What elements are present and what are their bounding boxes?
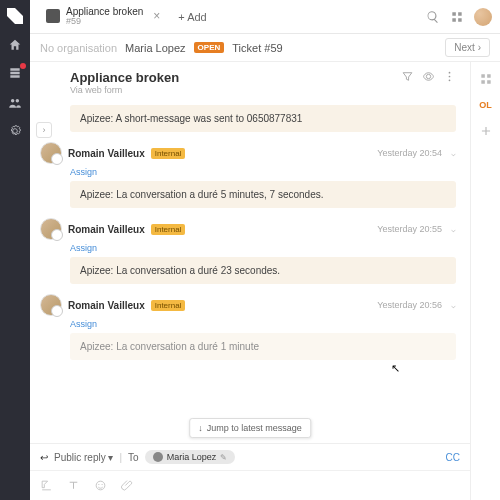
editor-toolbar [30,470,470,500]
timestamp: Yesterday 20:55 [377,224,442,234]
assign-link[interactable]: Assign [70,167,456,177]
system-note: Apizee: A short-message was sent to 0650… [70,105,456,132]
author-name[interactable]: Romain Vailleux [68,300,145,311]
author-name[interactable]: Romain Vailleux [68,224,145,235]
reply-mode-select[interactable]: Public reply ▾ [54,452,113,463]
tab-ticket[interactable]: Appliance broken #59 × [38,2,168,31]
ol-badge[interactable]: OL [479,100,492,110]
compose-icon[interactable] [40,479,53,492]
recipient-name: Maria Lopez [167,452,217,462]
message-body: Apizee: La conversation a duré 1 minute [70,333,456,360]
home-icon[interactable] [8,38,22,52]
internal-tag: Internal [151,300,186,311]
next-button[interactable]: Next › [445,38,490,57]
arrow-down-icon: ↓ [198,423,203,433]
apps-icon[interactable] [450,10,464,24]
grid-icon[interactable] [479,72,493,86]
svg-point-0 [449,72,451,74]
jump-to-latest-button[interactable]: ↓ Jump to latest message [189,418,311,438]
attachment-icon[interactable] [121,479,134,492]
users-icon[interactable] [8,96,22,110]
user-avatar[interactable] [40,142,62,164]
close-icon[interactable]: × [153,9,160,23]
edit-icon[interactable]: ✎ [220,453,227,462]
jump-label: Jump to latest message [207,423,302,433]
plus-icon[interactable] [479,124,493,138]
user-avatar[interactable] [40,218,62,240]
svg-point-5 [102,484,103,485]
chevron-down-icon[interactable]: ⌵ [451,225,456,234]
assign-link[interactable]: Assign [70,319,456,329]
timestamp: Yesterday 20:54 [377,148,442,158]
chevron-down-icon[interactable]: ⌵ [451,149,456,158]
inbox-icon [8,66,22,80]
message-body: Apizee: La conversation a duré 5 minutes… [70,181,456,208]
left-rail [0,0,30,500]
svg-point-2 [449,79,451,81]
author-name[interactable]: Romain Vailleux [68,148,145,159]
top-bar: Appliance broken #59 × + Add [30,0,500,34]
tab-icon [46,9,60,23]
right-rail: OL [470,62,500,500]
profile-avatar[interactable] [474,8,492,26]
message-item: Romain Vailleux Internal Yesterday 20:55… [70,218,456,284]
content: Appliance broken Via web form › Apizee: … [30,62,500,500]
breadcrumb: No organisation Maria Lopez OPEN Ticket … [30,34,500,62]
recipient-chip[interactable]: Maria Lopez ✎ [145,450,236,464]
collapse-toggle[interactable]: › [36,122,52,138]
more-icon[interactable] [443,70,456,83]
message-item: Romain Vailleux Internal Yesterday 20:54… [70,142,456,208]
to-label: To [128,452,139,463]
message-list: Apizee: A short-message was sent to 0650… [30,101,470,443]
recipient-avatar [153,452,163,462]
main-area: Appliance broken #59 × + Add No organisa… [30,0,500,500]
text-icon[interactable] [67,479,80,492]
status-badge: OPEN [194,42,225,53]
reply-bar: ↩ Public reply ▾ | To Maria Lopez ✎ CC [30,443,470,470]
eye-icon[interactable] [422,70,435,83]
assign-link[interactable]: Assign [70,243,456,253]
gear-icon[interactable] [8,124,22,138]
breadcrumb-ticket: Ticket #59 [232,42,282,54]
tab-subtitle: #59 [66,17,143,27]
search-icon[interactable] [426,10,440,24]
user-avatar[interactable] [40,294,62,316]
breadcrumb-user[interactable]: Maria Lopez [125,42,186,54]
cc-button[interactable]: CC [446,452,460,463]
internal-tag: Internal [151,148,186,159]
thread: Appliance broken Via web form › Apizee: … [30,62,470,500]
chevron-down-icon[interactable]: ⌵ [451,301,456,310]
internal-tag: Internal [151,224,186,235]
inbox-icon-wrapper[interactable] [8,66,22,82]
message-item: Romain Vailleux Internal Yesterday 20:56… [70,294,456,360]
reply-arrow-icon[interactable]: ↩ [40,452,48,463]
breadcrumb-org[interactable]: No organisation [40,42,117,54]
svg-point-1 [449,76,451,78]
add-tab-button[interactable]: + Add [178,11,206,23]
svg-point-4 [98,484,99,485]
filter-icon[interactable] [401,70,414,83]
emoji-icon[interactable] [94,479,107,492]
message-body: Apizee: La conversation a duré 23 second… [70,257,456,284]
page-title: Appliance broken [70,70,393,85]
app-logo[interactable] [7,8,23,24]
timestamp: Yesterday 20:56 [377,300,442,310]
via-label: Via web form [70,85,393,95]
mouse-cursor: ↖ [391,362,400,375]
thread-header: Appliance broken Via web form [30,62,470,101]
